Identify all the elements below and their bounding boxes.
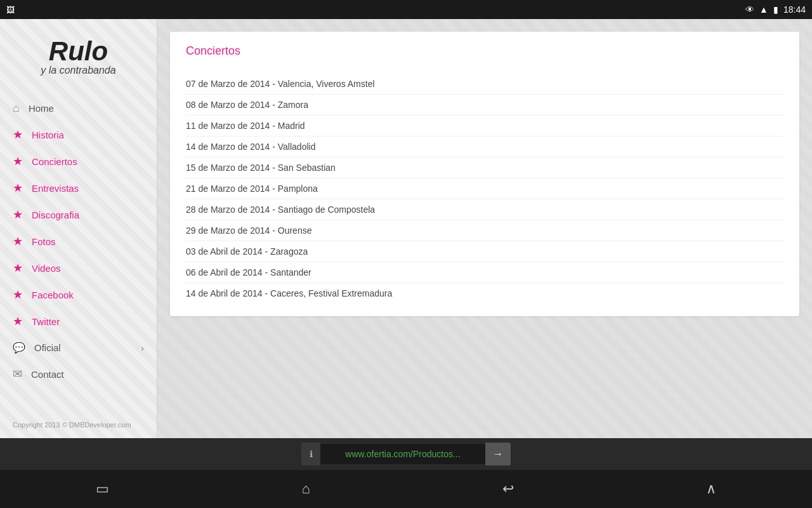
house-icon: ⌂ (301, 481, 310, 497)
star-icon (13, 234, 23, 248)
sidebar-logo: Rulo y la contrabanda (0, 32, 157, 89)
conciertos-card: Conciertos 07 de Marzo de 2014 - Valenci… (170, 32, 799, 316)
list-item: 28 de Marzo de 2014 - Santiago de Compos… (186, 199, 783, 220)
sidebar-item-label: Contact (31, 369, 64, 380)
star-icon (13, 314, 23, 328)
list-item: 06 de Abril de 2014 - Santander (186, 262, 783, 283)
sidebar-item-conciertos[interactable]: Conciertos (0, 148, 157, 175)
list-item: 08 de Marzo de 2014 - Zamora (186, 95, 783, 116)
main-layout: Rulo y la contrabanda Home Historia Conc… (0, 19, 812, 438)
sidebar-item-label: Facebook (32, 290, 74, 300)
sidebar-item-label: Videos (32, 263, 61, 274)
list-item: 29 de Marzo de 2014 - Ourense (186, 220, 783, 241)
star-icon (13, 181, 23, 195)
status-bar-right: 👁 ▲ ▮ 18:44 (745, 4, 806, 15)
sidebar-item-facebook[interactable]: Facebook (0, 281, 157, 308)
sidebar-item-label: Oficial (34, 342, 61, 353)
content-area: Conciertos 07 de Marzo de 2014 - Valenci… (157, 19, 812, 438)
star-icon (13, 154, 23, 168)
sidebar-item-entrevistas[interactable]: Entrevistas (0, 175, 157, 201)
sidebar-item-contact[interactable]: Contact (0, 361, 157, 387)
home-button[interactable]: ⌂ (282, 474, 329, 504)
sidebar-footer: Copyright 2013 © DMBDeveloper.com (0, 411, 157, 438)
wifi-icon: ▲ (759, 4, 768, 15)
logo-title: Rulo (13, 38, 144, 65)
bottom-nav: ▭ ⌂ ↩ ∧ (0, 470, 812, 508)
sidebar-item-historia[interactable]: Historia (0, 121, 157, 148)
mail-icon (13, 367, 22, 381)
nav-menu: Home Historia Conciertos Entrevistas Dis… (0, 95, 157, 387)
info-icon: ℹ (310, 449, 313, 459)
arrow-right-icon: → (493, 448, 503, 460)
sidebar-item-fotos[interactable]: Fotos (0, 228, 157, 255)
sidebar-item-videos[interactable]: Videos (0, 255, 157, 281)
sidebar-item-oficial[interactable]: Oficial (0, 335, 157, 361)
star-icon (13, 288, 23, 302)
list-item: 03 de Abril de 2014 - Zaragoza (186, 241, 783, 262)
chat-icon (13, 341, 25, 354)
home-icon (13, 102, 20, 115)
scroll-up-button[interactable]: ∧ (687, 474, 735, 504)
time-display: 18:44 (783, 4, 806, 15)
concert-list: 07 de Marzo de 2014 - Valencia, Viveros … (186, 74, 783, 304)
list-item: 21 de Marzo de 2014 - Pamplona (186, 178, 783, 199)
ad-url-display: www.ofertia.com/Productos... (320, 444, 485, 464)
sidebar-item-home[interactable]: Home (0, 95, 157, 121)
list-item: 11 de Marzo de 2014 - Madrid (186, 116, 783, 137)
star-icon (13, 208, 23, 222)
back-icon: ↩ (502, 481, 514, 497)
sidebar-item-label: Entrevistas (32, 183, 79, 194)
list-item: 14 de Abril de 2014 - Caceres, Festival … (186, 283, 783, 304)
sidebar-item-label: Fotos (32, 236, 56, 247)
ad-arrow-button[interactable]: → (485, 443, 511, 465)
sidebar-item-label: Conciertos (32, 156, 77, 167)
up-icon: ∧ (706, 481, 716, 497)
sidebar: Rulo y la contrabanda Home Historia Conc… (0, 19, 157, 438)
battery-icon: ▮ (773, 4, 778, 15)
list-item: 07 de Marzo de 2014 - Valencia, Viveros … (186, 74, 783, 95)
eye-icon: 👁 (745, 4, 754, 15)
back-button[interactable]: ↩ (483, 474, 533, 504)
ad-info-button[interactable]: ℹ (301, 443, 320, 465)
page-title: Conciertos (186, 44, 783, 64)
sidebar-item-discografia[interactable]: Discografia (0, 201, 157, 228)
sidebar-item-label: Twitter (32, 316, 60, 327)
rect-icon: ▭ (96, 481, 109, 497)
sidebar-item-label: Home (29, 103, 54, 114)
star-icon (13, 261, 23, 275)
ad-bar: ℹ www.ofertia.com/Productos... → (0, 438, 812, 470)
image-icon: 🖼 (6, 5, 15, 15)
chevron-down-icon (141, 342, 144, 353)
status-bar: 🖼 👁 ▲ ▮ 18:44 (0, 0, 812, 19)
star-icon (13, 128, 23, 142)
list-item: 14 de Marzo de 2014 - Valladolid (186, 137, 783, 157)
logo-subtitle: y la contrabanda (13, 65, 144, 76)
sidebar-item-label: Discografia (32, 210, 79, 220)
list-item: 15 de Marzo de 2014 - San Sebastian (186, 157, 783, 178)
status-bar-left: 🖼 (6, 5, 15, 15)
sidebar-item-twitter[interactable]: Twitter (0, 308, 157, 335)
recent-apps-button[interactable]: ▭ (77, 474, 128, 504)
sidebar-item-label: Historia (32, 130, 64, 140)
